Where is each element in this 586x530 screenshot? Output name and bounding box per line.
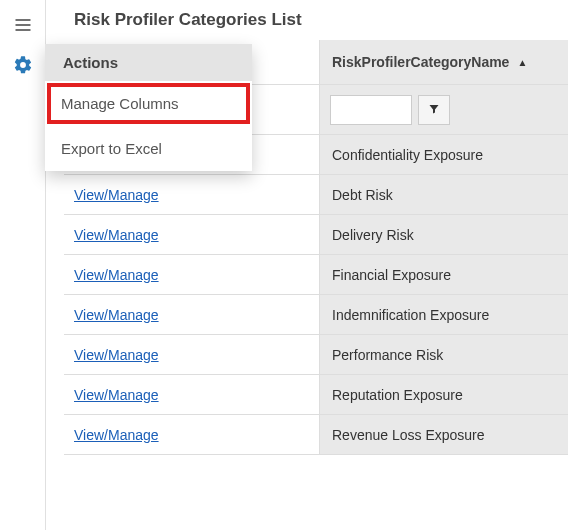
column-header-name-label: RiskProfilerCategoryName [332, 54, 509, 70]
cell-action: View/Manage [64, 375, 319, 414]
table-row: View/ManageIndemnification Exposure [64, 295, 568, 335]
menu-toggle-button[interactable] [3, 6, 43, 46]
table-row: View/ManagePerformance Risk [64, 335, 568, 375]
cell-action: View/Manage [64, 415, 319, 454]
table-row: View/ManageFinancial Exposure [64, 255, 568, 295]
view-manage-link[interactable]: View/Manage [74, 227, 159, 243]
view-manage-link[interactable]: View/Manage [74, 307, 159, 323]
cell-name: Confidentiality Exposure [319, 135, 568, 174]
actions-item-manage-columns[interactable]: Manage Columns [45, 81, 252, 126]
cell-action: View/Manage [64, 335, 319, 374]
actions-item-export-to-excel[interactable]: Export to Excel [45, 126, 252, 171]
filter-button-name[interactable] [418, 95, 450, 125]
filter-cell-name [319, 85, 568, 134]
cell-name: Delivery Risk [319, 215, 568, 254]
app-root: Risk Profiler Categories List RiskProfil… [0, 0, 586, 530]
table-body: View/ManageConfidentiality ExposureView/… [64, 135, 568, 455]
actions-dropdown-items: Manage ColumnsExport to Excel [45, 81, 252, 171]
cell-name: Revenue Loss Exposure [319, 415, 568, 454]
gear-icon [13, 55, 33, 78]
sidebar [0, 0, 46, 530]
filter-icon [428, 102, 440, 118]
cell-action: View/Manage [64, 255, 319, 294]
cell-action: View/Manage [64, 215, 319, 254]
view-manage-link[interactable]: View/Manage [74, 387, 159, 403]
table-row: View/ManageRevenue Loss Exposure [64, 415, 568, 455]
cell-name: Performance Risk [319, 335, 568, 374]
cell-name: Reputation Exposure [319, 375, 568, 414]
cell-action: View/Manage [64, 175, 319, 214]
page-title: Risk Profiler Categories List [46, 0, 586, 40]
cell-action: View/Manage [64, 295, 319, 334]
view-manage-link[interactable]: View/Manage [74, 267, 159, 283]
view-manage-link[interactable]: View/Manage [74, 347, 159, 363]
actions-dropdown: Actions Manage ColumnsExport to Excel [45, 44, 252, 171]
cell-name: Financial Exposure [319, 255, 568, 294]
view-manage-link[interactable]: View/Manage [74, 187, 159, 203]
view-manage-link[interactable]: View/Manage [74, 427, 159, 443]
cell-name: Indemnification Exposure [319, 295, 568, 334]
column-header-name[interactable]: RiskProfilerCategoryName ▲ [319, 40, 568, 84]
settings-button[interactable] [3, 46, 43, 86]
sort-asc-icon: ▲ [517, 57, 527, 68]
actions-dropdown-header[interactable]: Actions [45, 44, 252, 81]
cell-name: Debt Risk [319, 175, 568, 214]
filter-input-name[interactable] [330, 95, 412, 125]
table-row: View/ManageDelivery Risk [64, 215, 568, 255]
hamburger-icon [13, 15, 33, 38]
table-row: View/ManageReputation Exposure [64, 375, 568, 415]
table-row: View/ManageDebt Risk [64, 175, 568, 215]
